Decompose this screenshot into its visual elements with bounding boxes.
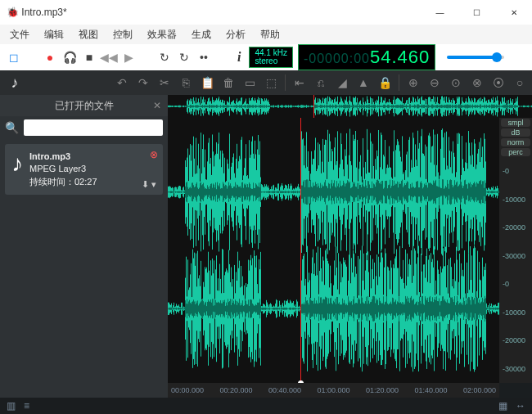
scale-tick: -0: [503, 280, 509, 288]
file-duration: 持续时间：02:27: [29, 176, 156, 188]
file-card[interactable]: ♪ Intro.mp3 MPEG Layer3 持续时间：02:27 ⊗ ⬇ ▾: [5, 144, 163, 195]
menu-view[interactable]: 视图: [72, 26, 105, 43]
delete-button[interactable]: 🗑: [221, 76, 236, 89]
zoom-in-button[interactable]: ⊕: [406, 76, 421, 89]
scale-tick: -20000: [503, 223, 525, 232]
select-button[interactable]: ⬚: [264, 76, 278, 89]
menu-effects[interactable]: 效果器: [141, 26, 183, 43]
time-tick: 00:40.000: [268, 386, 301, 394]
scale-mode-norm[interactable]: norm: [501, 138, 530, 146]
play-button[interactable]: ▶: [121, 50, 136, 65]
scale-tick: -30000: [503, 365, 525, 373]
status-icon-4[interactable]: ↔: [516, 400, 525, 412]
tool1-button[interactable]: ⦿: [491, 76, 506, 89]
info-icon[interactable]: i: [237, 50, 241, 65]
timecode-low: 54.460: [370, 47, 430, 68]
record-button[interactable]: ●: [43, 50, 57, 65]
fade2-button[interactable]: ⎌: [313, 76, 328, 89]
main-waveform[interactable]: [168, 118, 499, 383]
amplitude-scale: smpl dB norm perc -0-10000-20000-30000-0…: [499, 118, 532, 383]
transport-toolbar: ◻ ● 🎧 ■ ◀◀ ▶ ↻ ↻ •• i 44.1 kHz stereo -0…: [0, 44, 532, 70]
cut-button[interactable]: ✂: [157, 76, 172, 89]
scale-tick: -20000: [503, 336, 525, 344]
menubar: 文件 编辑 视图 控制 效果器 生成 分析 帮助: [0, 25, 532, 44]
close-button[interactable]: ✕: [495, 0, 532, 25]
stop-button[interactable]: ■: [82, 50, 97, 65]
fade1-button[interactable]: ⇤: [292, 76, 307, 89]
channel-mode: stereo: [255, 57, 286, 65]
copy-button[interactable]: ⎘: [178, 76, 193, 89]
app-icon: 🐞: [7, 7, 19, 18]
time-tick: 01:40.000: [414, 386, 447, 394]
scale-tick: -30000: [503, 252, 525, 260]
edit-toolbar: ♪ ↶ ↷ ✂ ⎘ 📋 🗑 ▭ ⬚ ⇤ ⎌ ◢ ▲ 🔒 ⊕ ⊖ ⊙ ⊗ ⦿ ○: [0, 70, 532, 95]
status-icon-1[interactable]: ▥: [7, 400, 16, 412]
search-icon[interactable]: 🔍: [5, 121, 19, 134]
loop2-button[interactable]: ↻: [177, 50, 192, 65]
waveform-area[interactable]: smpl dB norm perc -0-10000-20000-30000-0…: [168, 95, 532, 398]
menu-generate[interactable]: 生成: [185, 26, 218, 43]
undo-button[interactable]: ↶: [115, 76, 129, 89]
overview-playhead[interactable]: [313, 95, 314, 118]
overview-waveform[interactable]: [168, 95, 532, 118]
scale-tick: -0: [503, 167, 509, 175]
time-tick: 01:00.000: [317, 386, 349, 394]
minimize-button[interactable]: —: [422, 0, 458, 25]
format-display: 44.1 kHz stereo: [249, 47, 292, 68]
sidebar-close-icon[interactable]: ✕: [153, 100, 161, 111]
scale-tick: -10000: [503, 308, 525, 317]
time-tick: 00:20.000: [219, 386, 252, 394]
scale-tick: -10000: [503, 196, 525, 204]
time-tick: 02:00.000: [463, 386, 496, 394]
file-note-icon: ♪: [11, 151, 23, 188]
file-codec: MPEG Layer3: [29, 163, 156, 175]
sidebar-header: 已打开的文件 ✕: [0, 95, 168, 116]
zoom-out-button[interactable]: ⊖: [427, 76, 442, 89]
paste-button[interactable]: 📋: [200, 76, 214, 89]
monitor-button[interactable]: 🎧: [62, 50, 77, 65]
scale-mode-db[interactable]: dB: [501, 128, 530, 137]
more-button[interactable]: ••: [196, 50, 211, 65]
menu-file[interactable]: 文件: [3, 26, 36, 43]
rewind-button[interactable]: ◀◀: [101, 50, 116, 65]
track-note-icon: ♪: [5, 74, 25, 92]
menu-edit[interactable]: 编辑: [38, 26, 70, 43]
crop-button[interactable]: ▭: [242, 76, 257, 89]
window-title: Intro.mp3*: [21, 7, 66, 18]
loop1-button[interactable]: ↻: [157, 50, 172, 65]
file-title: Intro.mp3: [29, 151, 156, 163]
time-ruler[interactable]: 00:00.00000:20.00000:40.00001:00.00001:2…: [168, 383, 499, 398]
redo-button[interactable]: ↷: [136, 76, 151, 89]
time-tick: 00:00.000: [171, 386, 204, 394]
search-input[interactable]: [24, 119, 163, 136]
maximize-button[interactable]: ☐: [458, 0, 495, 25]
status-icon-2[interactable]: ≡: [24, 400, 29, 412]
timecode-display: -00000:00 54.460: [298, 44, 435, 70]
lock-button[interactable]: 🔒: [377, 76, 392, 89]
statusbar: ▥ ≡ ▦ ↔: [0, 398, 532, 414]
sidebar: 已打开的文件 ✕ 🔍 ♪ Intro.mp3 MPEG Layer3 持续时间：…: [0, 95, 168, 398]
timecode-high: -00000:00: [304, 52, 370, 66]
file-download-icon[interactable]: ⬇ ▾: [142, 179, 156, 190]
scale-mode-perc[interactable]: perc: [501, 148, 530, 156]
scale-mode-smpl[interactable]: smpl: [501, 119, 530, 127]
time-tick: 01:20.000: [366, 386, 399, 394]
menu-control[interactable]: 控制: [106, 26, 139, 43]
zoom-fit-button[interactable]: ⊙: [449, 76, 463, 89]
menu-help[interactable]: 帮助: [254, 26, 286, 43]
playhead[interactable]: [300, 118, 301, 383]
loop-region-icon[interactable]: ◻: [7, 50, 21, 65]
fade4-button[interactable]: ▲: [356, 76, 371, 89]
volume-slider[interactable]: [447, 56, 504, 59]
zoom-sel-button[interactable]: ⊗: [470, 76, 485, 89]
tool2-button[interactable]: ○: [512, 76, 527, 89]
fade3-button[interactable]: ◢: [335, 76, 349, 89]
status-icon-3[interactable]: ▦: [498, 400, 507, 412]
file-close-icon[interactable]: ⊗: [150, 149, 158, 160]
menu-analyze[interactable]: 分析: [219, 26, 252, 43]
sidebar-title: 已打开的文件: [55, 99, 114, 113]
